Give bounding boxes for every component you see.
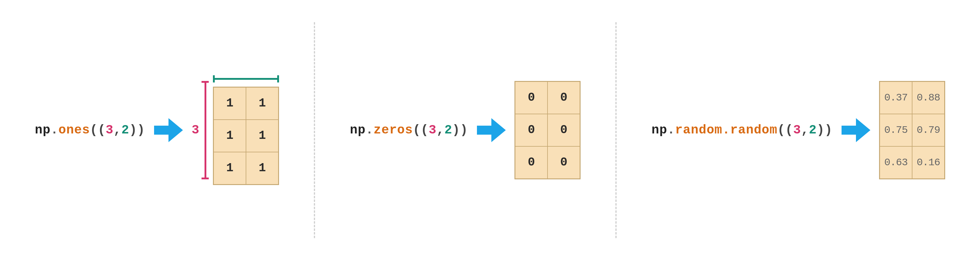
dim-rows-value: 3 <box>192 123 199 137</box>
code-paren-open: (( <box>778 123 793 137</box>
diagram-container: np.ones((3,2)) 3 1 1 1 1 1 <box>0 0 980 260</box>
cell: 1 <box>246 152 278 184</box>
code-module: np <box>35 123 51 137</box>
code-comma: , <box>113 123 121 137</box>
matrix-random: 0.37 0.88 0.75 0.79 0.63 0.16 <box>879 81 945 179</box>
cell: 0.37 <box>880 82 912 114</box>
code-module: np <box>350 123 366 137</box>
cell: 0.88 <box>912 82 945 114</box>
code-arg1: 3 <box>106 123 113 137</box>
code-comma: , <box>801 123 809 137</box>
matrix-column-group: 1 1 1 1 1 1 <box>213 75 279 185</box>
cell: 0 <box>547 146 580 179</box>
code-fn: zeros <box>374 123 413 137</box>
panel-random: np.random.random((3,2)) 0.37 0.88 0.75 0… <box>640 81 957 179</box>
cell: 0 <box>547 114 580 146</box>
panel-zeros: np.zeros((3,2)) 0 0 0 0 0 0 <box>338 81 593 179</box>
code-paren-close: )) <box>817 123 832 137</box>
cell: 0 <box>515 82 547 114</box>
arrow-icon <box>842 118 870 142</box>
code-module: np <box>651 123 667 137</box>
row-dimension-label: 3 <box>192 81 209 179</box>
code-dot: . <box>366 123 374 137</box>
matrix-ones: 1 1 1 1 1 1 <box>213 87 279 185</box>
cell: 1 <box>246 87 278 120</box>
code-dot: . <box>51 123 58 137</box>
code-comma: , <box>436 123 444 137</box>
cell: 0 <box>515 114 547 146</box>
cell: 0 <box>515 146 547 179</box>
code-paren-close: )) <box>129 123 145 137</box>
cell: 0.63 <box>880 146 912 179</box>
code-fn: ones <box>59 123 90 137</box>
code-arg2: 2 <box>444 123 452 137</box>
divider <box>314 22 315 238</box>
code-arg2: 2 <box>809 123 817 137</box>
code-zeros: np.zeros((3,2)) <box>350 123 468 137</box>
col-bracket-icon <box>213 75 279 82</box>
cell: 1 <box>213 87 246 120</box>
panel-ones: np.ones((3,2)) 3 1 1 1 1 1 <box>23 75 291 185</box>
matrix-ones-wrap: 3 1 1 1 1 1 1 <box>192 75 279 185</box>
code-paren-close: )) <box>452 123 468 137</box>
code-paren-open: (( <box>413 123 429 137</box>
cell: 1 <box>246 120 278 152</box>
cell: 0 <box>547 82 580 114</box>
code-dot: . <box>667 123 675 137</box>
code-fn: random.random <box>675 123 778 137</box>
matrix-zeros: 0 0 0 0 0 0 <box>514 81 581 179</box>
code-ones: np.ones((3,2)) <box>35 123 145 137</box>
code-arg2: 2 <box>121 123 129 137</box>
cell: 1 <box>213 152 246 184</box>
code-arg1: 3 <box>429 123 436 137</box>
row-bracket-icon <box>202 81 209 179</box>
arrow-icon <box>154 118 183 142</box>
cell: 0.16 <box>912 146 945 179</box>
divider <box>616 22 617 238</box>
code-paren-open: (( <box>90 123 105 137</box>
cell: 1 <box>213 120 246 152</box>
code-random: np.random.random((3,2)) <box>651 123 832 137</box>
cell: 0.75 <box>880 114 912 146</box>
arrow-icon <box>477 118 506 142</box>
cell: 0.79 <box>912 114 945 146</box>
code-arg1: 3 <box>793 123 801 137</box>
